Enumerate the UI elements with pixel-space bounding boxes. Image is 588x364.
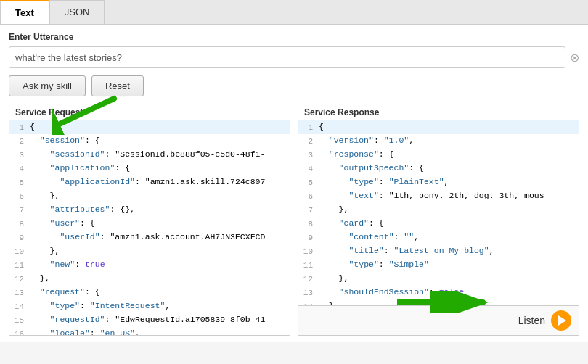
table-row: 11 "new": true	[9, 258, 290, 272]
line-number: 1	[9, 120, 30, 134]
table-row: 5 "applicationId": "amzn1.ask.skill.724c…	[9, 175, 290, 189]
line-content: "new": true	[30, 258, 290, 271]
ask-skill-button[interactable]: Ask my skill	[9, 75, 86, 96]
table-row: 13 "request": {	[9, 286, 290, 299]
tab-json[interactable]: JSON	[49, 0, 105, 24]
line-number: 3	[298, 148, 319, 162]
utterance-input[interactable]	[9, 46, 565, 68]
table-row: 5 "type": "PlainText",	[298, 175, 579, 189]
table-row: 16 "locale": "en-US",	[9, 327, 290, 335]
table-row: 3 "response": {	[298, 148, 579, 162]
table-row: 10 "title": "Latest on My blog",	[298, 244, 579, 258]
line-number: 4	[9, 162, 30, 175]
table-row: 12 },	[9, 272, 290, 286]
table-row: 8 "user": {	[9, 217, 290, 231]
tab-bar: Text JSON	[0, 0, 588, 25]
line-content: "userId": "amzn1.ask.account.AH7JN3ECXFC…	[30, 231, 290, 244]
line-number: 3	[9, 148, 30, 162]
line-content: "outputSpeech": {	[319, 162, 579, 175]
line-number: 7	[298, 203, 319, 217]
service-request-panel: Service Request 1{2 "session": {3 "sessi…	[9, 104, 290, 336]
table-row: 14 },	[298, 299, 579, 305]
line-number: 10	[298, 244, 319, 258]
table-row: 13 "shouldEndSession": false	[298, 286, 579, 299]
button-row: Ask my skill Reset	[9, 75, 579, 96]
line-content: "request": {	[30, 286, 290, 299]
line-content: "user": {	[30, 217, 290, 230]
table-row: 8 "card": {	[298, 217, 579, 231]
line-number: 14	[298, 299, 319, 305]
line-number: 4	[298, 162, 319, 175]
table-row: 6 "text": "1th, pony. 2th, dog. 3th, mou…	[298, 189, 579, 203]
line-number: 6	[9, 189, 30, 203]
line-number: 7	[9, 203, 30, 217]
table-row: 6 },	[9, 189, 290, 203]
line-content: "title": "Latest on My blog",	[319, 244, 579, 257]
table-row: 11 "type": "Simple"	[298, 258, 579, 272]
line-number: 11	[298, 258, 319, 272]
line-number: 6	[298, 189, 319, 203]
line-content: "type": "Simple"	[319, 258, 579, 271]
play-button[interactable]	[551, 310, 571, 331]
line-number: 11	[9, 258, 30, 272]
line-content: "response": {	[319, 148, 579, 161]
line-content: "session": {	[30, 134, 290, 147]
service-request-title: Service Request	[9, 104, 290, 120]
line-content: "text": "1th, pony. 2th, dog. 3th, mous	[319, 189, 579, 202]
table-row: 9 "userId": "amzn1.ask.account.AH7JN3ECX…	[9, 231, 290, 244]
service-request-code[interactable]: 1{2 "session": {3 "sessionId": "SessionI…	[9, 120, 290, 335]
utterance-label: Enter Utterance	[9, 32, 579, 42]
table-row: 7 "attributes": {},	[9, 203, 290, 217]
line-content: "type": "IntentRequest",	[30, 299, 290, 313]
line-content: "card": {	[319, 217, 579, 230]
line-number: 8	[298, 217, 319, 231]
table-row: 3 "sessionId": "SessionId.be888f05-c5d0-…	[9, 148, 290, 162]
play-icon	[558, 315, 566, 326]
clear-icon[interactable]: ⊗	[570, 51, 579, 65]
line-content: "attributes": {},	[30, 203, 290, 216]
main-content: Enter Utterance ⊗ Ask my skill Reset	[0, 25, 588, 342]
table-row: 10 },	[9, 244, 290, 258]
line-content: },	[319, 299, 579, 305]
line-content: "requestId": "EdwRequestId.a1705839-8f0b…	[30, 313, 290, 326]
line-content: "application": {	[30, 162, 290, 175]
table-row: 4 "outputSpeech": {	[298, 162, 579, 175]
table-row: 12 },	[298, 272, 579, 286]
table-row: 15 "requestId": "EdwRequestId.a1705839-8…	[9, 313, 290, 327]
line-content: },	[319, 203, 579, 216]
line-content: "locale": "en-US",	[30, 327, 290, 335]
table-row: 14 "type": "IntentRequest",	[9, 299, 290, 313]
line-content: },	[30, 244, 290, 257]
table-row: 9 "content": "",	[298, 231, 579, 244]
line-number: 2	[9, 134, 30, 148]
line-content: "sessionId": "SessionId.be888f05-c5d0-48…	[30, 148, 290, 161]
tab-text[interactable]: Text	[0, 0, 49, 24]
line-content: },	[319, 272, 579, 285]
line-content: "version": "1.0",	[319, 134, 579, 147]
line-number: 15	[9, 313, 30, 327]
line-number: 12	[298, 272, 319, 286]
table-row: 2 "session": {	[9, 134, 290, 148]
line-content: },	[30, 189, 290, 202]
line-number: 2	[298, 134, 319, 148]
table-row: 4 "application": {	[9, 162, 290, 175]
line-number: 12	[9, 272, 30, 286]
line-content: "shouldEndSession": false	[319, 286, 579, 299]
line-number: 9	[298, 231, 319, 244]
line-number: 16	[9, 327, 30, 335]
service-response-title: Service Response	[298, 104, 579, 120]
listen-label: Listen	[518, 315, 545, 326]
line-content: },	[30, 272, 290, 285]
reset-button[interactable]: Reset	[91, 75, 144, 96]
service-response-panel: Service Response 1{2 "version": "1.0",3 …	[298, 104, 579, 336]
line-number: 5	[298, 175, 319, 189]
panels: Service Request 1{2 "session": {3 "sessi…	[9, 104, 579, 336]
table-row: 1{	[9, 120, 290, 134]
line-number: 14	[9, 299, 30, 313]
table-row: 1{	[298, 120, 579, 134]
table-row: 2 "version": "1.0",	[298, 134, 579, 148]
table-row: 7 },	[298, 203, 579, 217]
line-content: "type": "PlainText",	[319, 175, 579, 189]
line-number: 9	[9, 231, 30, 244]
service-response-code[interactable]: 1{2 "version": "1.0",3 "response": {4 "o…	[298, 120, 579, 305]
